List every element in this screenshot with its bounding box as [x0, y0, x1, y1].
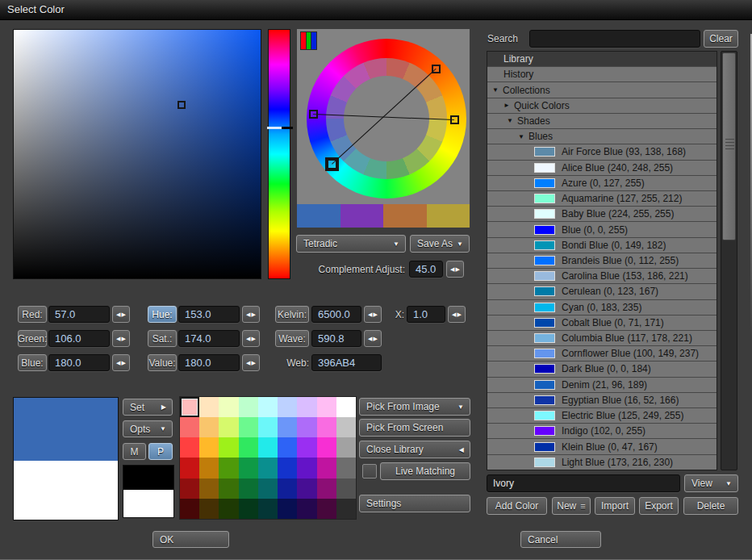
palette-cell[interactable]: [219, 499, 238, 519]
scrollbar-thumb[interactable]: [722, 52, 736, 240]
saturation-value-picker[interactable]: [13, 29, 261, 279]
palette-cell[interactable]: [258, 499, 278, 519]
library-color-item[interactable]: Brandeis Blue (0, 112, 255): [487, 253, 716, 269]
new-button[interactable]: New ≡: [552, 497, 591, 515]
harmony-handle[interactable]: [309, 110, 318, 119]
library-tree-item[interactable]: History: [487, 67, 716, 82]
red-mode-button[interactable]: Red:: [18, 306, 47, 323]
blue-value-field[interactable]: 180.0: [48, 354, 110, 371]
library-color-item[interactable]: Columbia Blue (117, 178, 221): [487, 331, 716, 346]
library-color-item[interactable]: Bondi Blue (0, 149, 182): [487, 238, 716, 253]
color-name-input[interactable]: [487, 474, 680, 492]
library-tree-item[interactable]: ▼Blues: [487, 129, 716, 144]
palette-cell[interactable]: [278, 479, 297, 499]
view-dropdown[interactable]: View ▼: [684, 474, 738, 492]
library-color-item[interactable]: Alice Blue (240, 248, 255): [487, 161, 716, 176]
black-swatch[interactable]: [123, 465, 174, 491]
wave-value-field[interactable]: 590.8: [311, 330, 361, 347]
library-tree-item[interactable]: ▼Collections: [487, 82, 716, 98]
green-mode-button[interactable]: Green:: [18, 330, 47, 347]
tree-expanded-icon[interactable]: ▼: [492, 86, 503, 94]
harmony-swatch-0[interactable]: [297, 204, 340, 228]
palette-cell[interactable]: [297, 479, 316, 499]
library-color-item[interactable]: Cerulean (0, 123, 167): [487, 284, 716, 299]
library-color-item[interactable]: Baby Blue (224, 255, 255): [487, 207, 716, 222]
palette-cell[interactable]: [239, 437, 258, 458]
palette-cell[interactable]: [258, 417, 278, 437]
library-color-item[interactable]: Cornflower Blue (100, 149, 237): [487, 346, 716, 361]
palette-cell[interactable]: [199, 417, 219, 437]
library-color-item[interactable]: Egyptian Blue (16, 52, 166): [487, 393, 716, 408]
kelvin-mode-button[interactable]: Kelvin:: [275, 306, 309, 323]
palette-cell[interactable]: [199, 458, 219, 478]
palette-cell[interactable]: [297, 499, 316, 519]
import-button[interactable]: Import: [595, 497, 635, 515]
library-color-item[interactable]: Air Force Blue (93, 138, 168): [487, 144, 716, 160]
palette-cell[interactable]: [336, 479, 356, 499]
palette-cell[interactable]: [317, 397, 336, 417]
blue-mode-button[interactable]: Blue:: [18, 354, 47, 371]
harmony-swatch-1[interactable]: [340, 204, 384, 228]
hue-value-field[interactable]: 153.0: [178, 306, 240, 323]
library-color-item[interactable]: Cobalt Blue (0, 71, 171): [487, 316, 716, 331]
kelvin-value-field[interactable]: 6500.0: [311, 306, 361, 323]
hue-strip[interactable]: [268, 29, 290, 279]
library-color-item[interactable]: Dark Blue (0, 0, 184): [487, 361, 716, 377]
library-color-item[interactable]: Indigo (102, 0, 255): [487, 424, 716, 439]
live-matching-button[interactable]: Live Matching: [380, 462, 470, 480]
close-library-button[interactable]: Close Library ◀: [359, 441, 470, 458]
palette-cell[interactable]: [336, 499, 356, 519]
palette-cell[interactable]: [219, 458, 238, 478]
library-color-item[interactable]: Carolina Blue (153, 186, 221): [487, 269, 716, 284]
save-as-dropdown[interactable]: Save As ▼: [410, 235, 470, 253]
library-color-item[interactable]: Azure (0, 127, 255): [487, 176, 716, 191]
palette-cell[interactable]: [180, 437, 199, 458]
complement-adjust-stepper[interactable]: ◀ ▶: [446, 261, 464, 278]
sat-mode-button[interactable]: Sat.:: [148, 330, 177, 347]
kelvin-stepper[interactable]: ◀▶: [364, 306, 382, 323]
settings-button[interactable]: Settings: [359, 495, 470, 512]
library-color-item[interactable]: Klein Blue (0, 47, 167): [487, 439, 716, 454]
complement-adjust-field[interactable]: 45.0: [409, 261, 443, 278]
library-color-item[interactable]: Blue (0, 0, 255): [487, 222, 716, 237]
library-tree-item[interactable]: Library: [487, 52, 716, 67]
library-tree-item[interactable]: ▼Shades: [487, 114, 716, 129]
x-value-field[interactable]: 1.0: [407, 306, 445, 323]
harmony-handle[interactable]: [450, 115, 459, 124]
m-button[interactable]: M: [123, 443, 146, 460]
tree-collapsed-icon[interactable]: ►: [503, 102, 514, 109]
palette-cell[interactable]: [239, 458, 258, 478]
web-value-field[interactable]: 396AB4: [311, 354, 382, 371]
p-button[interactable]: P: [148, 443, 173, 460]
palette-cell[interactable]: [180, 479, 199, 499]
palette-cell[interactable]: [219, 479, 238, 499]
set-button[interactable]: Set ▶: [123, 399, 173, 416]
cancel-button[interactable]: Cancel: [520, 531, 601, 548]
green-stepper[interactable]: ◀▶: [112, 330, 130, 347]
palette-cell[interactable]: [278, 417, 297, 437]
white-swatch[interactable]: [123, 490, 174, 518]
red-stepper[interactable]: ◀▶: [112, 306, 130, 323]
palette-cell[interactable]: [180, 499, 199, 519]
palette-cell[interactable]: [239, 479, 258, 499]
wave-mode-button[interactable]: Wave:: [275, 330, 309, 347]
harmony-swatch-3[interactable]: [427, 204, 470, 228]
palette-cell[interactable]: [219, 397, 238, 417]
value-value-field[interactable]: 180.0: [178, 354, 240, 371]
palette-cell[interactable]: [239, 417, 258, 437]
tree-expanded-icon[interactable]: ▼: [507, 117, 517, 124]
library-color-item[interactable]: Light Blue (173, 216, 230): [487, 455, 716, 470]
palette-cell[interactable]: [336, 458, 356, 478]
sv-marker[interactable]: [178, 101, 186, 109]
library-color-item[interactable]: Aquamarine (127, 255, 212): [487, 191, 716, 207]
add-color-button[interactable]: Add Color: [487, 497, 547, 515]
palette-cell[interactable]: [199, 499, 219, 519]
palette-cell[interactable]: [258, 397, 278, 417]
pick-from-screen-button[interactable]: Pick From Screen: [359, 419, 470, 437]
wave-stepper[interactable]: ◀▶: [364, 330, 382, 347]
harmony-handle[interactable]: [432, 65, 441, 73]
palette-cell[interactable]: [278, 458, 297, 478]
hue-stepper[interactable]: ◀▶: [242, 306, 260, 323]
palette-cell[interactable]: [199, 437, 219, 458]
palette-cell[interactable]: [336, 437, 356, 458]
